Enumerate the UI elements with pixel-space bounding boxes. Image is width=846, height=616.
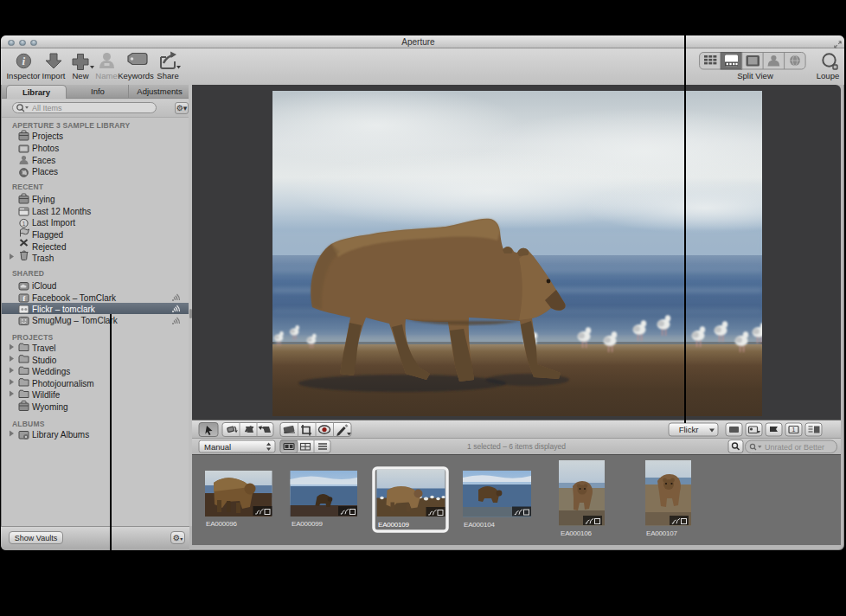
svg-text:1 selected – 6 items displayed: 1 selected – 6 items displayed xyxy=(467,442,566,451)
svg-text:1: 1 xyxy=(22,221,26,227)
svg-text:Unrated or Better: Unrated or Better xyxy=(765,442,824,451)
svg-text:i: i xyxy=(22,55,26,67)
svg-text:Manual: Manual xyxy=(204,441,231,451)
svg-text:1: 1 xyxy=(792,427,796,433)
svg-text:f: f xyxy=(22,295,25,303)
svg-text:Flickr: Flickr xyxy=(679,424,699,433)
